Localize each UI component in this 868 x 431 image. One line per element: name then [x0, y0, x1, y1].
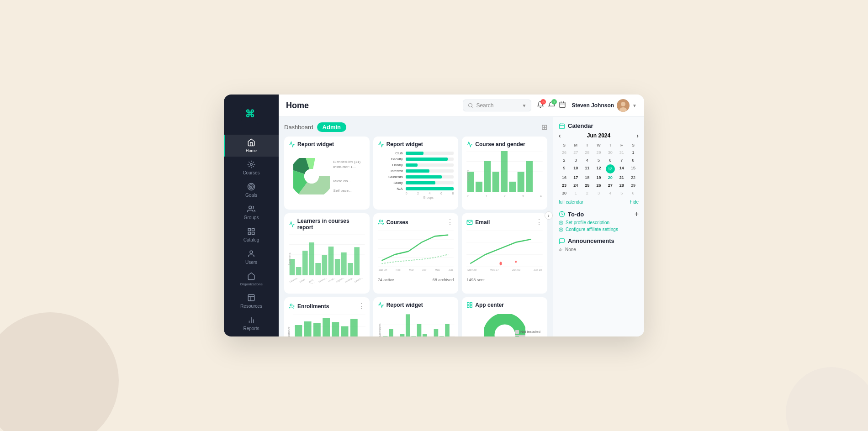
search-dropdown-arrow[interactable]: ▼ [522, 103, 527, 108]
sidebar-item-catalog[interactable]: Catalog [224, 224, 279, 246]
cal-day[interactable]: 4 [605, 189, 616, 197]
cal-day[interactable]: 31 [616, 149, 627, 156]
sidebar-item-courses[interactable]: Courses [224, 157, 279, 179]
full-calendar-link[interactable]: full calendar [559, 200, 583, 205]
cal-day[interactable]: 5 [616, 189, 627, 197]
notifications-bell[interactable]: 3 [537, 101, 544, 110]
cal-day[interactable]: 25 [582, 182, 593, 189]
cal-day[interactable]: 24 [570, 182, 581, 189]
cal-day[interactable]: 3 [593, 189, 604, 197]
cal-day[interactable]: 7 [616, 157, 627, 164]
svg-point-117 [561, 222, 562, 223]
logo[interactable]: ⌘ [241, 104, 261, 126]
cal-day[interactable]: 27 [570, 149, 581, 156]
cal-day[interactable]: 1 [570, 189, 581, 197]
sidebar-item-users[interactable]: Users [224, 246, 279, 268]
cal-day[interactable]: 5 [593, 157, 604, 164]
calendar-hide-link[interactable]: hide [630, 200, 639, 205]
todo-affiliate-icon [559, 227, 563, 232]
report-widget-members: Report widget Members [373, 297, 459, 336]
calendar-prev[interactable]: ‹ [559, 132, 561, 139]
cal-day[interactable]: 11 [582, 164, 593, 173]
svg-rect-56 [315, 263, 321, 275]
alerts-bell[interactable]: 2 [548, 101, 555, 110]
search-bar[interactable]: Search ▼ [463, 100, 531, 111]
cal-day[interactable]: 17 [570, 174, 581, 181]
cal-day[interactable]: 8 [628, 157, 639, 164]
sidebar-item-resources[interactable]: Resources [224, 290, 279, 312]
svg-rect-60 [341, 252, 347, 275]
email-menu[interactable]: ⋮ [535, 218, 543, 226]
sidebar-item-home[interactable]: Home [224, 135, 279, 157]
svg-rect-102 [434, 329, 438, 336]
cal-day[interactable]: 23 [559, 182, 570, 189]
svg-rect-61 [348, 263, 353, 275]
widget-title-report-3: Report widget [378, 302, 423, 308]
sidebar-item-reports[interactable]: Reports [224, 312, 279, 335]
svg-rect-105 [467, 303, 469, 305]
announcements-section: Announcements None [559, 237, 639, 252]
todo-item-affiliate[interactable]: Configure affiliate settings [559, 227, 639, 232]
cal-day[interactable]: 28 [616, 182, 627, 189]
courses-menu[interactable]: ⋮ [446, 218, 454, 226]
sidebar-item-goals[interactable]: Goals [224, 179, 279, 201]
sidebar-item-admin[interactable]: Admin [224, 335, 279, 336]
cal-day[interactable]: 3 [570, 157, 581, 164]
tab-dashboard[interactable]: Dashboard [284, 124, 313, 131]
cal-day[interactable]: 29 [593, 149, 604, 156]
cal-day[interactable]: 21 [616, 174, 627, 181]
grid-layout-icon[interactable]: ⊞ [541, 123, 547, 131]
announcement-none: None [559, 247, 639, 252]
svg-point-33 [304, 169, 319, 184]
todo-add-button[interactable]: + [635, 210, 639, 218]
panel-collapse-button[interactable]: › [545, 211, 553, 220]
cal-day-today[interactable]: 13 [606, 164, 615, 173]
cal-day[interactable]: 30 [559, 189, 570, 197]
cal-day[interactable]: 30 [605, 149, 616, 156]
cal-day[interactable]: 19 [593, 174, 604, 181]
cal-day[interactable]: 6 [628, 189, 639, 197]
calendar-next[interactable]: › [636, 132, 639, 139]
enrollments-menu[interactable]: ⋮ [358, 302, 365, 310]
cal-day[interactable]: 15 [628, 164, 639, 173]
cal-day[interactable]: 4 [582, 157, 593, 164]
pie-labels: Blended 8% (11) Instructor: 1... Micro c… [333, 160, 361, 193]
svg-rect-104 [445, 324, 450, 336]
widget-title-course-gender: Course and gender [466, 141, 525, 147]
cal-day[interactable]: 22 [628, 174, 639, 181]
learners-chart: Learners [289, 234, 365, 289]
cal-day[interactable]: 18 [582, 174, 593, 181]
cal-day[interactable]: 12 [593, 164, 604, 173]
svg-rect-88 [350, 319, 358, 336]
svg-rect-57 [322, 255, 327, 275]
cal-day[interactable]: 28 [582, 149, 593, 156]
cal-day[interactable]: 16 [559, 174, 570, 181]
cal-day[interactable]: 27 [605, 182, 616, 189]
cal-day[interactable]: 14 [616, 164, 627, 173]
cal-day[interactable]: 1 [628, 149, 639, 156]
cal-day[interactable]: 10 [570, 164, 581, 173]
right-panel: Calendar ‹ Jun 2024 › S M T W T F S [553, 117, 644, 336]
courses-widget: Courses ⋮ [373, 213, 459, 294]
search-icon [468, 103, 473, 108]
cal-day[interactable]: 9 [559, 164, 570, 173]
calendar-icon[interactable] [559, 101, 566, 110]
cal-day[interactable]: 6 [605, 157, 616, 164]
todo-item-profile[interactable]: Set profile description [559, 220, 639, 225]
cal-day[interactable]: 29 [628, 182, 639, 189]
learners-courses-widget: Learners in courses report Learners [284, 213, 370, 294]
tab-bar: Dashboard Admin ⊞ [284, 122, 547, 132]
cal-day[interactable]: 20 [605, 174, 616, 181]
sidebar-item-groups[interactable]: Groups [224, 201, 279, 224]
sidebar-item-organizations[interactable]: Organizations [224, 268, 279, 290]
cal-day[interactable]: 26 [593, 182, 604, 189]
user-dropdown-arrow[interactable]: ▼ [632, 103, 637, 108]
cal-day[interactable]: 2 [559, 157, 570, 164]
tab-admin[interactable]: Admin [317, 122, 346, 132]
header: Home Search ▼ 3 2 [279, 95, 644, 117]
cal-day[interactable]: 26 [559, 149, 570, 156]
cal-day[interactable]: 2 [582, 189, 593, 197]
pie-chart [293, 158, 330, 194]
svg-point-2 [250, 163, 253, 166]
user-profile[interactable]: Steven Johnson ▼ [572, 99, 637, 112]
